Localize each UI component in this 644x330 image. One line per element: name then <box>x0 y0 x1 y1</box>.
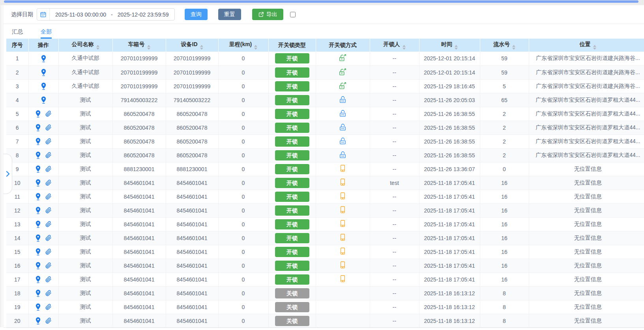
location-pin-icon[interactable] <box>41 55 47 62</box>
unlock-remote-icon <box>339 54 347 62</box>
device-id-cell: 8605200478 <box>166 134 218 148</box>
lock-records-table: 序号操作公司名称车箱号设备ID里程(km)开关锁类型开关锁方式开锁人时间流水号位… <box>6 39 644 328</box>
location-pin-icon[interactable] <box>35 289 41 297</box>
row-index: 2 <box>6 65 28 79</box>
sort-caret-icon[interactable] <box>512 45 515 50</box>
paperclip-icon[interactable] <box>45 276 52 283</box>
device-id-cell: 8454601041 <box>166 176 218 190</box>
time-cell: 2025-11-18 17:05:41 <box>419 272 480 286</box>
location-cell: 广东省深圳市宝安区石岩街道建兴路海谷... <box>529 79 644 93</box>
location-pin-icon[interactable] <box>35 303 41 311</box>
paperclip-icon[interactable] <box>45 166 52 172</box>
location-pin-icon[interactable] <box>41 82 47 90</box>
location-cell: 广东省深圳市宝安区石岩街道建兴路海谷... <box>529 65 644 79</box>
location-pin-icon[interactable] <box>35 276 41 283</box>
lock-method-cell <box>316 134 370 148</box>
paperclip-icon[interactable] <box>45 179 52 186</box>
opener-cell: -- <box>370 203 419 217</box>
column-header[interactable]: 里程(km) <box>218 39 268 52</box>
location-pin-icon[interactable] <box>41 69 47 76</box>
company-name-cell: 测试 <box>58 272 112 286</box>
paperclip-icon[interactable] <box>45 152 52 158</box>
location-pin-icon[interactable] <box>35 220 41 228</box>
export-icon <box>258 11 264 17</box>
device-id-cell: 8454601041 <box>166 190 218 203</box>
sort-caret-icon[interactable] <box>402 45 406 50</box>
paperclip-icon[interactable] <box>45 317 52 324</box>
paperclip-icon[interactable] <box>45 304 52 310</box>
horizontal-scrollbar-thumb[interactable] <box>4 0 638 3</box>
column-header[interactable]: 公司名称 <box>58 39 112 52</box>
location-pin-icon[interactable] <box>35 179 41 186</box>
location-cell: 无位置信息 <box>529 176 644 190</box>
location-pin-icon[interactable] <box>35 248 41 255</box>
location-cell: 无位置信息 <box>529 286 644 300</box>
lock-method-cell <box>316 148 370 162</box>
table-row: 1 久通中试部 207010199999 207010199999 0 开锁 -… <box>6 52 644 65</box>
export-button[interactable]: 导出 <box>252 9 283 20</box>
sort-caret-icon[interactable] <box>96 45 99 50</box>
serial-number-cell: 16 <box>480 217 529 231</box>
paperclip-icon[interactable] <box>45 193 52 200</box>
paperclip-icon[interactable] <box>45 262 52 269</box>
location-pin-icon[interactable] <box>35 151 41 159</box>
device-id-cell: 8605200478 <box>166 107 218 121</box>
location-pin-icon[interactable] <box>35 124 41 131</box>
location-cell: 广东省深圳市宝安区石岩街道罗租大道44... <box>529 107 644 121</box>
column-header[interactable]: 设备ID <box>166 39 218 52</box>
paperclip-icon[interactable] <box>45 207 52 214</box>
column-header[interactable]: 开锁人 <box>370 39 419 52</box>
reset-button[interactable]: 重置 <box>218 9 241 20</box>
tab-all[interactable]: 全部 <box>41 28 52 39</box>
paperclip-icon[interactable] <box>45 248 52 255</box>
paperclip-icon[interactable] <box>45 235 52 241</box>
column-header[interactable]: 流水号 <box>480 39 529 52</box>
company-name-cell: 测试 <box>58 93 112 107</box>
lock-type-badge: 开锁 <box>275 164 309 174</box>
unlock-signal-icon <box>339 137 347 145</box>
location-pin-icon[interactable] <box>41 96 47 104</box>
row-index: 1 <box>6 52 28 65</box>
device-id-cell: 8454601041 <box>166 231 218 245</box>
location-pin-icon[interactable] <box>35 165 41 173</box>
location-pin-icon[interactable] <box>35 207 41 214</box>
sort-caret-icon[interactable] <box>254 45 257 50</box>
location-pin-icon[interactable] <box>35 193 41 200</box>
phone-unlock-icon <box>340 247 346 255</box>
date-range-value[interactable]: 2025-11-03 00:00:00 - 2025-12-02 23:59:5… <box>50 11 174 18</box>
paperclip-icon[interactable] <box>45 124 52 131</box>
sort-caret-icon[interactable] <box>593 45 596 50</box>
paperclip-icon[interactable] <box>45 290 52 296</box>
row-index: 4 <box>6 93 28 107</box>
lock-type-cell: 开锁 <box>268 65 316 79</box>
paperclip-icon[interactable] <box>45 221 52 227</box>
location-pin-icon[interactable] <box>35 138 41 145</box>
column-header[interactable]: 车箱号 <box>112 39 166 52</box>
column-header[interactable]: 时间 <box>419 39 480 52</box>
opener-cell: -- <box>370 190 419 203</box>
paperclip-icon[interactable] <box>45 138 52 145</box>
company-name-cell: 测试 <box>58 190 112 203</box>
paperclip-icon[interactable] <box>45 110 52 117</box>
sort-caret-icon[interactable] <box>455 45 458 50</box>
sort-caret-icon[interactable] <box>200 45 203 50</box>
lock-type-badge: 开锁 <box>275 261 309 271</box>
location-pin-icon[interactable] <box>35 234 41 242</box>
company-name-cell: 久通中试部 <box>58 79 112 93</box>
location-pin-icon[interactable] <box>35 110 41 117</box>
vehicle-number-cell: 8454601041 <box>112 176 166 190</box>
column-header[interactable]: 位置 <box>529 39 644 52</box>
query-button[interactable]: 查询 <box>185 9 208 20</box>
sort-caret-icon[interactable] <box>147 45 150 50</box>
calendar-icon[interactable] <box>37 9 50 20</box>
time-cell: 2025-11-18 16:13:12 <box>419 286 480 300</box>
date-range-picker[interactable]: 2025-11-03 00:00:00 - 2025-12-02 23:59:5… <box>37 8 175 21</box>
tab-summary[interactable]: 汇总 <box>12 28 23 39</box>
row-actions-cell <box>28 79 58 93</box>
lock-type-badge: 开锁 <box>275 178 309 188</box>
export-option-checkbox[interactable] <box>290 12 296 17</box>
expand-panel-handle[interactable] <box>3 154 12 194</box>
opener-cell: -- <box>370 79 419 93</box>
location-pin-icon[interactable] <box>35 317 41 324</box>
location-pin-icon[interactable] <box>35 262 41 269</box>
